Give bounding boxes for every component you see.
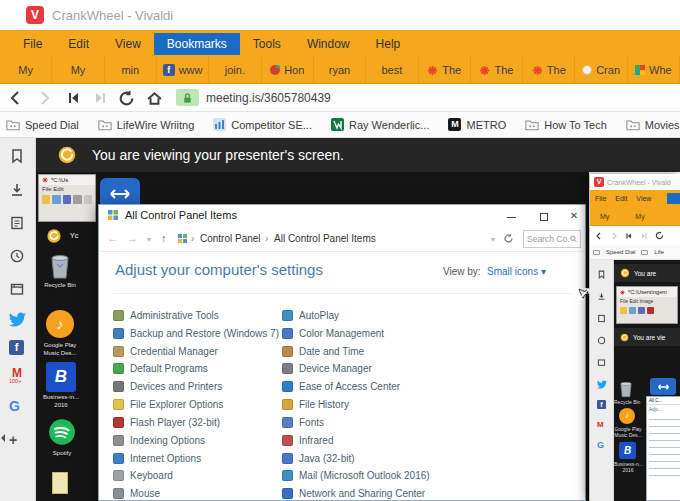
bookmark-item[interactable]: ryan [314, 57, 366, 83]
window-panel-icon[interactable] [9, 281, 25, 297]
notes-panel-icon[interactable] [9, 215, 25, 231]
facebook-panel-icon[interactable]: f [9, 340, 24, 355]
view-by-dropdown[interactable]: Small icons ▾ [487, 266, 546, 277]
bookmark-item[interactable]: Cran [575, 57, 627, 83]
bookmark-competitor[interactable]: Competitor SE... [213, 118, 312, 131]
document-icon[interactable] [52, 472, 68, 494]
collapse-panel-arrow-icon[interactable] [0, 433, 6, 443]
reload-icon [655, 231, 664, 240]
gmail-panel-icon[interactable]: M100+ [9, 368, 25, 384]
flower-favicon-icon [427, 65, 438, 76]
bookmark-folder-movies[interactable]: Movies [626, 119, 680, 131]
cp-item[interactable]: Credential Manager [113, 344, 218, 358]
rewind-button[interactable] [66, 90, 82, 106]
home-button[interactable] [146, 90, 163, 107]
reload-button[interactable] [118, 90, 135, 107]
cp-forward-icon[interactable]: → [127, 232, 138, 244]
item-icon [113, 399, 124, 410]
cp-item[interactable]: Infrared [282, 433, 333, 447]
menu-help[interactable]: Help [363, 33, 414, 55]
cp-item[interactable]: Color Management [282, 326, 384, 340]
bookmark-folder-how-to-tech[interactable]: How To Tech [525, 119, 607, 131]
bookmark-item[interactable]: join. [209, 57, 261, 83]
editor-menu: File Edit [39, 185, 95, 193]
refresh-icon[interactable] [503, 233, 514, 244]
recycle-bin-icon[interactable] [48, 252, 72, 280]
bookmark-item[interactable]: My [52, 57, 104, 83]
bookmark-item[interactable]: Whe [628, 57, 680, 83]
forward-button[interactable] [36, 90, 52, 106]
cp-item[interactable]: Indexing Options [113, 433, 205, 447]
maximize-button[interactable] [540, 213, 548, 221]
menu-bookmarks[interactable]: Bookmarks [154, 33, 240, 55]
bookmark-item[interactable]: The [523, 57, 575, 83]
bookmark-item[interactable]: min [105, 57, 157, 83]
add-panel-icon[interactable]: + [9, 432, 17, 448]
fast-forward-button[interactable] [92, 90, 108, 106]
cp-item[interactable]: Device Manager [282, 361, 372, 375]
bookmark-item[interactable]: Hon [262, 57, 314, 83]
spotify-icon[interactable] [48, 418, 76, 446]
cp-item[interactable]: AutoPlay [282, 308, 339, 322]
cp-item[interactable]: Internet Options [113, 451, 201, 465]
cp-item[interactable]: File Explorer Options [113, 397, 223, 411]
rewind-icon [625, 232, 633, 240]
cp-back-icon[interactable]: ← [107, 232, 118, 244]
menu-view[interactable]: View [102, 33, 154, 55]
bookmark-folder-lifewire[interactable]: LifeWire Wriitng [98, 119, 194, 131]
bookmark-ray-wenderlich[interactable]: Ray Wenderlic... [331, 118, 430, 131]
cp-up-icon[interactable]: ↑ [161, 232, 167, 244]
cp-item[interactable]: Backup and Restore (Windows 7) [113, 326, 279, 340]
bookmarks-panel-icon[interactable] [9, 148, 25, 164]
cp-recent-dropdown-icon[interactable]: ▾ [147, 235, 151, 244]
gmail-panel-icon: M [597, 420, 604, 429]
cp-item[interactable]: File History [282, 397, 349, 411]
close-button[interactable]: ✕ [567, 210, 581, 221]
metro-favicon-icon: M [448, 118, 461, 131]
cp-item[interactable]: Flash Player (32-bit) [113, 415, 220, 429]
menu-edit[interactable]: Edit [55, 33, 102, 55]
search-input[interactable]: Search Co... [523, 230, 581, 248]
bookmark-metro[interactable]: MMETRO [448, 118, 506, 131]
cp-item[interactable]: Ease of Access Center [282, 379, 400, 393]
bookmark-item[interactable]: best [366, 57, 418, 83]
minimize-button[interactable] [507, 217, 516, 218]
cp-item[interactable]: Devices and Printers [113, 379, 222, 393]
bookmarks-panel-icon [597, 270, 606, 279]
history-panel-icon[interactable] [9, 248, 25, 264]
address-dropdown-icon[interactable]: ▾ [491, 235, 495, 244]
downloads-panel-icon[interactable] [9, 182, 25, 198]
control-panel-titlebar[interactable]: All Control Panel Items [107, 209, 237, 221]
breadcrumb-icon [177, 233, 188, 244]
breadcrumb-all-items[interactable]: All Control Panel Items [274, 233, 376, 244]
gplay-label-line1: Google Play [38, 342, 82, 348]
cp-item[interactable]: Keyboard [113, 468, 173, 482]
google-panel-icon[interactable]: G [9, 398, 20, 414]
google-play-music-icon[interactable]: ♪ [46, 310, 74, 338]
menu-file[interactable]: File [10, 33, 55, 55]
cp-item[interactable]: Default Programs [113, 361, 208, 375]
cp-item[interactable]: Java (32-bit) [282, 451, 355, 465]
bookmark-item[interactable]: The [471, 57, 523, 83]
cp-item[interactable]: Date and Time [282, 344, 364, 358]
bookmark-item[interactable]: fwww [157, 57, 209, 83]
breadcrumb-control-panel[interactable]: Control Panel [200, 233, 261, 244]
menu-bar: File Edit View Bookmarks Tools Window He… [0, 30, 680, 57]
menu-tools[interactable]: Tools [240, 33, 294, 55]
cp-item[interactable]: Mouse [113, 486, 160, 500]
cp-item[interactable]: Administrative Tools [113, 308, 219, 322]
address-bar[interactable]: meeting.is/3605780439 [206, 91, 331, 105]
business-app-icon[interactable]: B [46, 362, 76, 392]
menu-window[interactable]: Window [294, 33, 363, 55]
back-button[interactable] [8, 90, 24, 106]
cp-item[interactable]: Mail (Microsoft Outlook 2016) [282, 468, 430, 482]
bookmark-item[interactable]: My [0, 57, 52, 83]
item-icon [113, 310, 124, 321]
twitter-panel-icon[interactable] [9, 312, 26, 327]
cp-item[interactable]: Network and Sharing Center [282, 486, 425, 500]
bookmark-item[interactable]: The [419, 57, 471, 83]
bookmark-folder-speed-dial[interactable]: Speed Dial [6, 119, 79, 131]
item-icon [282, 399, 293, 410]
padlock-icon[interactable] [176, 89, 199, 106]
cp-item[interactable]: Fonts [282, 415, 324, 429]
